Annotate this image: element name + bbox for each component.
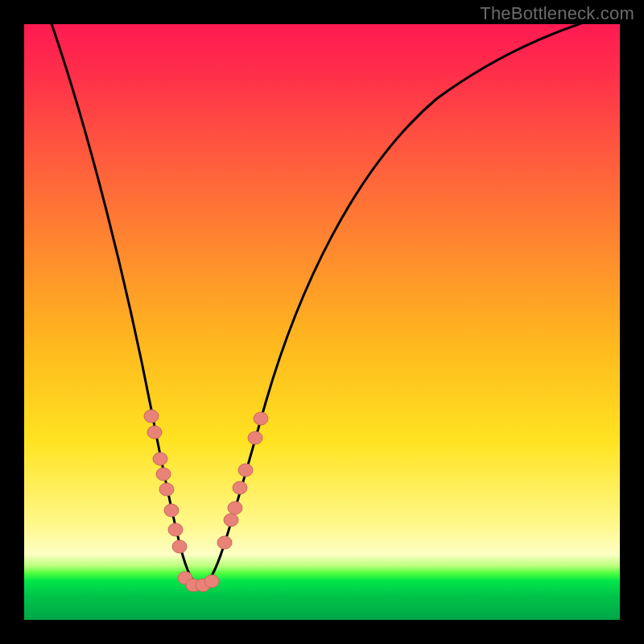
sample-point-marker: [168, 523, 183, 536]
sample-point-marker: [147, 426, 162, 439]
sample-point-marker: [217, 536, 232, 549]
sample-point-marker: [248, 431, 262, 444]
marker-group: [144, 410, 268, 592]
bottleneck-curve: [48, 24, 620, 586]
sample-point-marker: [144, 410, 159, 423]
sample-point-marker: [159, 483, 174, 496]
sample-point-marker: [254, 412, 268, 425]
sample-point-marker: [224, 514, 238, 526]
plot-area: [24, 24, 620, 620]
curve-layer: [24, 24, 620, 620]
sample-point-marker: [156, 468, 171, 481]
sample-point-marker: [164, 504, 179, 517]
sample-point-marker: [172, 540, 187, 553]
sample-point-marker: [204, 575, 219, 588]
watermark-text: TheBottleneck.com: [480, 3, 634, 24]
sample-point-marker: [153, 452, 167, 465]
chart-frame: TheBottleneck.com: [0, 0, 644, 644]
sample-point-marker: [238, 464, 253, 477]
sample-point-marker: [233, 481, 247, 494]
sample-point-marker: [228, 502, 242, 514]
